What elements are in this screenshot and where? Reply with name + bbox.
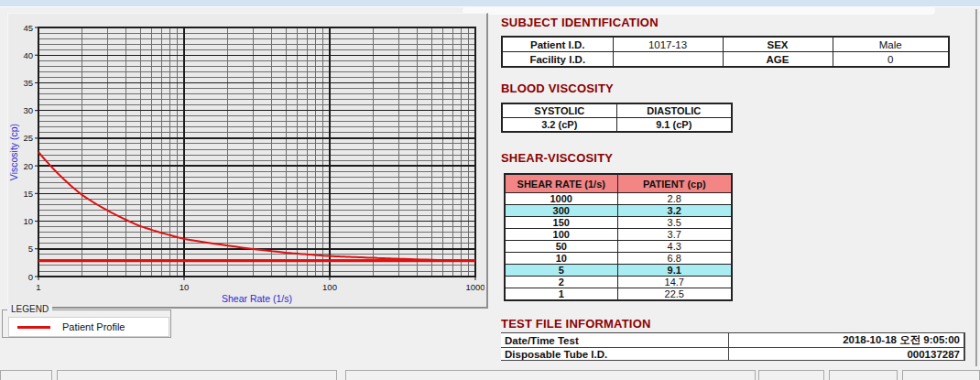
test-file-info-table: Date/Time Test 2018-10-18 오전 9:05:00 Dis…: [501, 332, 965, 361]
datetime-test-value: 2018-10-18 오전 9:05:00: [728, 333, 964, 348]
svg-text:Shear Rate (1/s): Shear Rate (1/s): [222, 293, 292, 304]
status-bar-segment: [57, 370, 337, 380]
svg-text:45: 45: [23, 23, 33, 33]
shear-rate-cell: 50: [505, 241, 617, 253]
diastolic-value: 9.1 (cP): [616, 118, 732, 133]
shear-rate-cell: 150: [505, 217, 617, 229]
status-bar-segment: [902, 370, 980, 380]
application-window: 0510152025303540451101001000Shear Rate (…: [0, 0, 980, 380]
svg-text:40: 40: [23, 50, 33, 60]
section-title-blood: BLOOD VISCOSITY: [501, 81, 614, 95]
table-row: 10002.8: [505, 193, 732, 205]
facility-id-label: Facility I.D.: [502, 52, 613, 68]
table-row: 214.7: [505, 277, 732, 288]
svg-text:15: 15: [23, 189, 33, 199]
viscosity-cell: 6.8: [617, 253, 732, 265]
viscosity-cell: 14.7: [617, 277, 732, 288]
table-header-row: SHEAR RATE (1/s) PATIENT (cp): [505, 174, 732, 193]
systolic-value: 3.2 (cP): [502, 118, 616, 133]
svg-text:5: 5: [28, 244, 33, 254]
table-row: 106.8: [505, 253, 732, 265]
viscosity-cell: 4.3: [617, 241, 732, 253]
blood-viscosity-table: SYSTOLIC DIASTOLIC 3.2 (cP) 9.1 (cP): [501, 103, 733, 133]
shear-rate-header: SHEAR RATE (1/s): [505, 174, 617, 193]
sex-label: SEX: [723, 37, 833, 52]
legend-box-title: LEGEND: [7, 304, 52, 314]
table-row: 504.3: [505, 241, 732, 253]
viscosity-chart: 0510152025303540451101001000Shear Rate (…: [8, 14, 485, 305]
status-bar-segment: [829, 370, 898, 380]
shear-rate-cell: 1000: [505, 193, 617, 205]
facility-id-value: [613, 52, 723, 68]
table-row: 1003.7: [505, 229, 732, 241]
svg-text:1000: 1000: [465, 282, 485, 292]
legend-entry-label: Patient Profile: [62, 321, 125, 332]
sex-value: Male: [833, 37, 949, 52]
table-row: 122.5: [505, 288, 732, 301]
section-title-subject: SUBJECT IDENTIFICATION: [501, 16, 659, 29]
table-row: SYSTOLIC DIASTOLIC: [502, 103, 732, 118]
svg-text:10: 10: [180, 282, 190, 292]
section-title-testfile: TEST FILE INFORMATION: [501, 317, 651, 331]
patient-id-label: Patient I.D.: [502, 37, 613, 52]
table-row: Date/Time Test 2018-10-18 오전 9:05:00: [501, 333, 964, 348]
viscosity-chart-panel: 0510152025303540451101001000Shear Rate (…: [7, 13, 488, 309]
table-row: 3003.2: [505, 205, 732, 217]
tube-id-value: 000137287: [728, 348, 964, 361]
tube-id-label: Disposable Tube I.D.: [501, 348, 728, 361]
legend-line-swatch: [17, 326, 50, 329]
viscosity-cell: 22.5: [617, 288, 732, 301]
svg-text:25: 25: [23, 133, 33, 143]
shear-rate-cell: 1: [505, 288, 617, 301]
svg-text:1: 1: [36, 282, 40, 292]
svg-text:10: 10: [23, 216, 33, 226]
shear-rate-cell: 5: [505, 265, 617, 277]
age-label: AGE: [723, 52, 833, 68]
svg-text:35: 35: [23, 78, 33, 88]
subject-identification-table: Patient I.D. 1017-13 SEX Male Facility I…: [501, 36, 950, 68]
patient-cp-header: PATIENT (cp): [617, 174, 732, 193]
table-row: Disposable Tube I.D. 000137287: [501, 348, 964, 361]
svg-text:0: 0: [28, 272, 33, 282]
svg-text:20: 20: [23, 161, 33, 171]
viscosity-cell: 3.7: [617, 229, 732, 241]
svg-text:Viscosity (cp): Viscosity (cp): [8, 124, 19, 180]
legend-box: LEGEND Patient Profile: [2, 309, 171, 338]
table-row: 3.2 (cP) 9.1 (cP): [502, 118, 732, 133]
viscosity-cell: 9.1: [617, 265, 732, 277]
shear-rate-cell: 10: [505, 253, 617, 265]
viscosity-cell: 3.5: [617, 217, 732, 229]
svg-text:30: 30: [23, 105, 33, 115]
patient-id-value: 1017-13: [613, 37, 723, 52]
table-row: Facility I.D. AGE 0: [502, 52, 949, 68]
svg-text:100: 100: [322, 282, 337, 292]
panel-highlight: [463, 6, 935, 15]
viscosity-cell: 3.2: [617, 205, 732, 217]
diastolic-header: DIASTOLIC: [616, 103, 732, 118]
shear-rate-cell: 100: [505, 229, 617, 241]
window-right-edge: [975, 9, 977, 366]
systolic-header: SYSTOLIC: [502, 103, 616, 118]
section-title-shear: SHEAR-VISCOSITY: [501, 151, 613, 165]
shear-rate-cell: 300: [505, 205, 617, 217]
status-bar-segment: [0, 370, 52, 380]
shear-rate-cell: 2: [505, 277, 617, 288]
table-row: Patient I.D. 1017-13 SEX Male: [502, 37, 949, 52]
datetime-test-label: Date/Time Test: [501, 333, 728, 348]
legend-entry: Patient Profile: [8, 317, 169, 337]
status-bar-segment: [758, 370, 824, 380]
shear-viscosity-table: SHEAR RATE (1/s) PATIENT (cp) 10002.8 30…: [504, 173, 733, 301]
age-value: 0: [833, 52, 949, 68]
table-row: 59.1: [505, 265, 732, 277]
table-row: 1503.5: [505, 217, 732, 229]
status-bar-segment: [345, 370, 756, 380]
viscosity-cell: 2.8: [617, 193, 732, 205]
